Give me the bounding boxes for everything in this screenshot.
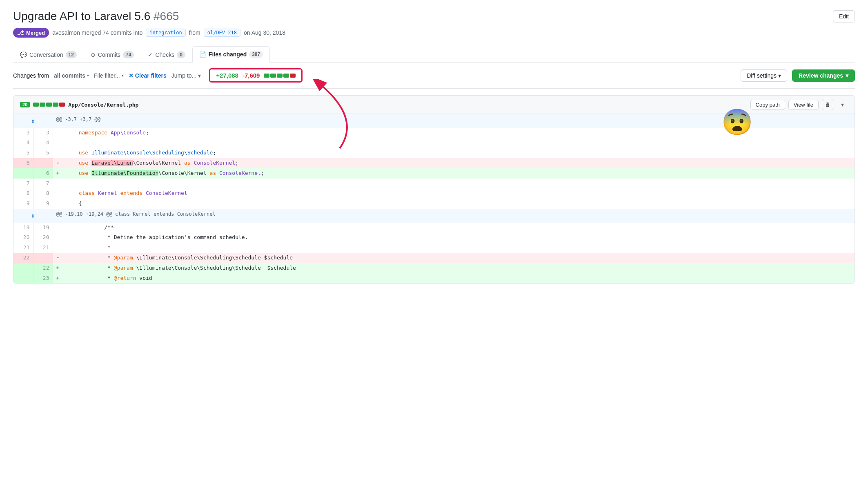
tab-files-changed[interactable]: 📄 Files changed 387	[192, 46, 270, 63]
diff-settings-label: Diff settings	[747, 72, 777, 79]
diff-stats-box: +27,088 -7,609	[209, 68, 303, 83]
line-num-right: 8	[33, 188, 53, 199]
monitor-icon[interactable]: 🖥	[822, 99, 833, 110]
hunk-expand-icon-2[interactable]: ⇕	[31, 212, 35, 219]
review-changes-label: Review changes	[799, 72, 843, 79]
line-marker	[53, 179, 62, 189]
pr-title-row: Upgrade API to Laravel 5.6 #665 Edit	[13, 10, 855, 23]
line-num-right: 3	[33, 128, 53, 138]
jump-to-button[interactable]: Jump to... ▾	[171, 72, 201, 79]
checks-count: 0	[177, 51, 185, 58]
line-content: use Illuminate\Console\Scheduling\Schedu…	[62, 148, 855, 158]
table-row: 20 20 * Define the application's command…	[13, 232, 855, 243]
line-num-right: 6	[33, 168, 53, 179]
fblk-2	[40, 103, 45, 107]
line-num-right: 22	[33, 263, 53, 273]
line-content: use Illuminate\Foundation\Console\Kernel…	[62, 168, 855, 179]
line-content: * @return void	[62, 273, 855, 284]
x-icon: ✕	[129, 72, 134, 79]
bar-seg-4	[283, 74, 289, 78]
file-filter-button[interactable]: File filter... ▾	[94, 71, 124, 80]
line-marker: +	[53, 263, 62, 273]
review-changes-button[interactable]: Review changes ▾	[792, 69, 855, 82]
line-num-left: 22	[13, 253, 33, 263]
hunk-expand-icon[interactable]: ⇕	[31, 117, 35, 125]
table-row: 19 19 /**	[13, 223, 855, 233]
table-row: 21 21 *	[13, 243, 855, 253]
clear-filters-button[interactable]: ✕ Clear filters	[129, 72, 167, 79]
table-row: 7 7	[13, 179, 855, 189]
table-row: 3 3 namespace App\Console;	[13, 128, 855, 138]
pr-title: Upgrade API to Laravel 5.6 #665	[13, 10, 179, 23]
line-num-right: 20	[33, 232, 53, 243]
line-marker	[53, 199, 62, 209]
tab-checks[interactable]: ✓ Checks 0	[141, 46, 192, 63]
line-content: * @param \Illuminate\Console\Scheduling\…	[62, 253, 855, 263]
fblk-3	[46, 103, 52, 107]
table-row: 22 + * @param \Illuminate\Console\Schedu…	[13, 263, 855, 273]
line-marker: +	[53, 273, 62, 284]
line-num-right: 7	[33, 179, 53, 189]
line-num-right	[33, 253, 53, 263]
line-content	[62, 179, 855, 189]
chevron-down-icon: ▾	[846, 72, 848, 79]
copy-path-button[interactable]: Copy path	[750, 100, 785, 110]
tab-conversation[interactable]: 💬 Conversation 12	[13, 46, 84, 63]
line-num-left: 21	[13, 243, 33, 253]
table-row: 9 9 {	[13, 199, 855, 209]
jump-to-label: Jump to...	[171, 72, 196, 79]
all-commits-label: all commits	[54, 72, 85, 79]
merged-meta-text: avosalmon merged 74 commits into	[52, 29, 142, 36]
file-header-actions: Copy path View file 🖥 ▾	[750, 99, 848, 110]
tab-commits[interactable]: ⊙ Commits 74	[84, 46, 141, 63]
line-num-right: 23	[33, 273, 53, 284]
chevron-down-icon: ▾	[198, 72, 201, 79]
table-row: 22 - * @param \Illuminate\Console\Schedu…	[13, 253, 855, 263]
line-num-left: 6	[13, 158, 33, 168]
file-changes-count: 20	[20, 102, 30, 107]
expand-icon[interactable]: ▾	[837, 99, 848, 110]
line-content: * Define the application's command sched…	[62, 232, 855, 243]
conversation-count: 12	[66, 51, 77, 58]
line-num-left: 5	[13, 148, 33, 158]
line-marker	[53, 128, 62, 138]
line-num-left: 19	[13, 223, 33, 233]
edit-button[interactable]: Edit	[833, 10, 855, 22]
commits-icon: ⊙	[91, 51, 96, 58]
diff-settings-button[interactable]: Diff settings ▾	[741, 69, 787, 82]
file-header: 20 App/Console/Kernel.php Copy path View…	[13, 96, 855, 114]
conversation-icon: 💬	[20, 51, 27, 58]
chevron-down-icon: ▾	[87, 73, 89, 78]
source-branch: ol/DEV-218	[204, 29, 240, 37]
fblk-1	[33, 103, 39, 107]
tab-checks-label: Checks	[155, 51, 174, 58]
tab-bar: 💬 Conversation 12 ⊙ Commits 74 ✓ Checks …	[13, 46, 855, 63]
table-row: 8 8 class Kernel extends ConsoleKernel	[13, 188, 855, 199]
line-num-right: 9	[33, 199, 53, 209]
table-row: 23 + * @return void	[13, 273, 855, 284]
line-content: namespace App\Console;	[62, 128, 855, 138]
line-num-right: 21	[33, 243, 53, 253]
chevron-down-icon: ▾	[778, 72, 781, 79]
clear-filters-label: Clear filters	[135, 72, 167, 79]
line-num-left: 8	[13, 188, 33, 199]
table-row: 6 - use Laravel\Lumen\Console\Kernel as …	[13, 158, 855, 168]
commits-count: 74	[123, 51, 134, 58]
line-marker	[53, 232, 62, 243]
line-content	[62, 138, 855, 148]
files-count: 387	[249, 51, 263, 58]
files-icon: 📄	[199, 51, 206, 58]
pr-number: #665	[154, 10, 179, 22]
view-file-button[interactable]: View file	[788, 100, 819, 110]
line-marker	[53, 148, 62, 158]
file-filter-label: File filter...	[94, 72, 120, 79]
fblk-4	[53, 103, 58, 107]
merged-date: on Aug 30, 2018	[244, 29, 285, 36]
chevron-down-icon: ▾	[122, 73, 124, 78]
line-num-right	[33, 158, 53, 168]
merged-badge: ⎇ Merged	[13, 28, 49, 38]
pr-title-text: Upgrade API to Laravel 5.6	[13, 10, 150, 22]
file-block: 20 App/Console/Kernel.php Copy path View…	[13, 95, 855, 284]
all-commits-filter[interactable]: all commits ▾	[54, 71, 89, 80]
line-content: *	[62, 243, 855, 253]
